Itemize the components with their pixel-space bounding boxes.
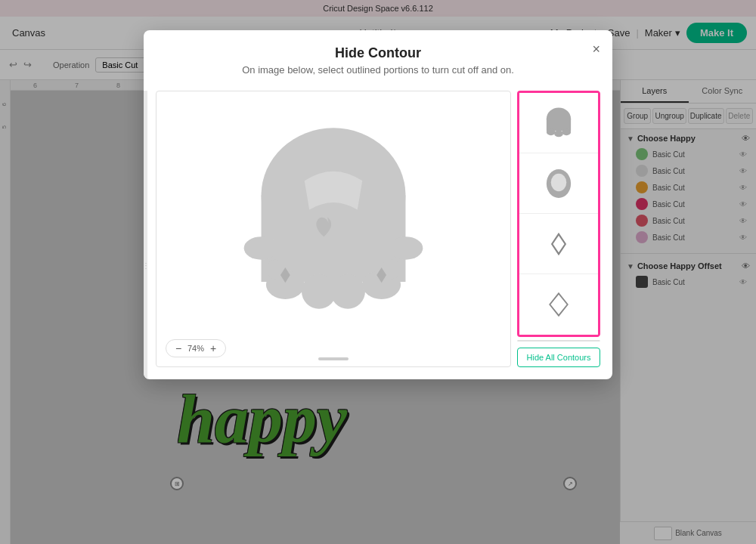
svg-point-13	[547, 128, 556, 135]
svg-point-14	[554, 130, 563, 137]
preview-area: − 74% +	[156, 91, 511, 367]
contour-diamond-outline-icon	[542, 288, 575, 321]
modal-header: Hide Contour On image below, select outl…	[144, 30, 612, 82]
svg-point-8	[389, 236, 423, 260]
modal-title: Hide Contour	[162, 45, 594, 61]
hide-contour-modal: Hide Contour On image below, select outl…	[144, 30, 612, 379]
contour-diamond-small-icon	[542, 227, 575, 261]
drag-handle-dots: ⋮	[144, 261, 150, 270]
zoom-level: 74%	[187, 344, 204, 353]
modal-overlay: Hide Contour On image below, select outl…	[0, 0, 756, 544]
close-button[interactable]: ×	[592, 42, 600, 56]
contour-unselected-area	[517, 340, 600, 342]
hide-all-contours-button[interactable]: Hide All Contours	[517, 348, 600, 367]
contour-item-2[interactable]	[519, 153, 598, 214]
svg-point-17	[551, 173, 567, 190]
contour-item-4[interactable]	[519, 274, 598, 335]
contour-item-1[interactable]	[519, 93, 598, 153]
svg-point-5	[330, 274, 365, 309]
zoom-in-button[interactable]: +	[207, 342, 219, 354]
zoom-out-button[interactable]: −	[172, 342, 184, 354]
contour-selected-area	[517, 91, 600, 337]
zoom-controls: − 74% +	[166, 339, 226, 357]
modal-subtitle: On image below, select outlined portions…	[162, 64, 594, 76]
contour-ghost-icon	[542, 107, 575, 140]
ghost-character	[235, 123, 432, 335]
scroll-indicator	[318, 357, 349, 360]
svg-marker-18	[552, 233, 565, 253]
svg-marker-19	[550, 293, 567, 315]
contour-head-icon	[542, 167, 575, 200]
modal-body: − 74% + ⋮	[144, 82, 612, 379]
ghost-body-shape	[244, 128, 423, 308]
svg-point-7	[244, 236, 279, 260]
contour-panel: ⋮	[517, 91, 600, 367]
contour-item-3[interactable]	[519, 214, 598, 274]
svg-point-15	[562, 128, 571, 135]
drag-handle[interactable]: ⋮	[144, 91, 147, 379]
